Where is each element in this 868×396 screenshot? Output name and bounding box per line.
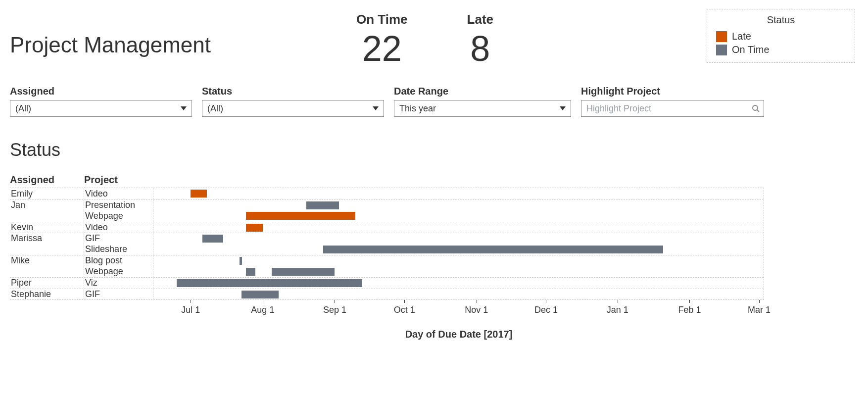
cell-project: GIF bbox=[84, 289, 153, 300]
cell-project: Blog post bbox=[84, 255, 153, 266]
x-tick-label: Sep 1 bbox=[323, 305, 346, 315]
cell-assigned bbox=[10, 210, 84, 222]
cell-project: Webpage bbox=[84, 210, 153, 222]
search-icon bbox=[752, 104, 760, 112]
cell-assigned: Piper bbox=[10, 278, 84, 289]
assigned-select[interactable]: (All) bbox=[10, 100, 192, 117]
date-range-select[interactable]: This year bbox=[394, 100, 571, 117]
table-row: Webpage bbox=[10, 266, 764, 278]
cell-project: Video bbox=[84, 222, 153, 233]
cell-assigned bbox=[10, 244, 84, 255]
table-row: JanPresentation bbox=[10, 199, 764, 211]
filters-row: Assigned (All) Status (All) Date Range T… bbox=[10, 86, 858, 117]
x-axis: Jul 1Aug 1Sep 1Oct 1Nov 1Dec 1Jan 1Feb 1… bbox=[153, 300, 764, 320]
cell-assigned: Emily bbox=[10, 188, 84, 199]
legend-item-late[interactable]: Late bbox=[716, 31, 846, 42]
gantt-track bbox=[153, 244, 764, 255]
date-range-select-value: This year bbox=[399, 103, 436, 114]
cell-project: Viz bbox=[84, 278, 153, 289]
gantt-bar-ontime[interactable] bbox=[177, 279, 362, 287]
kpi-on-time-label: On Time bbox=[356, 12, 408, 27]
gantt-bar-ontime[interactable] bbox=[323, 246, 663, 253]
gantt-chart: Assigned Project EmilyVideoJanPresentati… bbox=[10, 174, 858, 340]
status-select[interactable]: (All) bbox=[202, 100, 384, 117]
gantt-bar-ontime[interactable] bbox=[241, 291, 279, 298]
table-row: KevinVideo bbox=[10, 222, 764, 233]
gantt-track bbox=[153, 222, 764, 233]
kpi-group: On Time 22 Late 8 bbox=[356, 9, 493, 69]
kpi-late-label: Late bbox=[467, 12, 493, 27]
cell-project: Video bbox=[84, 188, 153, 199]
gantt-bar-ontime[interactable] bbox=[306, 201, 338, 209]
filter-highlight-label: Highlight Project bbox=[581, 86, 764, 97]
cell-project: GIF bbox=[84, 233, 153, 244]
gantt-track bbox=[153, 188, 764, 199]
column-header-assigned: Assigned bbox=[10, 174, 84, 186]
x-tick-label: Oct 1 bbox=[394, 305, 415, 315]
gantt-bar-late[interactable] bbox=[191, 190, 207, 198]
gantt-column-headers: Assigned Project bbox=[10, 174, 858, 186]
legend-item-on-time[interactable]: On Time bbox=[716, 44, 846, 55]
kpi-late: Late 8 bbox=[467, 12, 493, 69]
gantt-body: EmilyVideoJanPresentationWebpageKevinVid… bbox=[10, 188, 764, 300]
filter-date-label: Date Range bbox=[394, 86, 571, 97]
svg-line-1 bbox=[757, 110, 759, 112]
x-tick-label: Dec 1 bbox=[534, 305, 558, 315]
x-tick-label: Nov 1 bbox=[465, 305, 488, 315]
x-tick bbox=[546, 300, 546, 303]
x-tick-label: Mar 1 bbox=[748, 305, 771, 315]
cell-assigned: Kevin bbox=[10, 222, 84, 233]
filter-date-range: Date Range This year bbox=[394, 86, 571, 117]
gantt-bar-late[interactable] bbox=[246, 212, 355, 220]
x-tick bbox=[759, 300, 760, 303]
table-row: EmilyVideo bbox=[10, 188, 764, 199]
legend-title: Status bbox=[716, 14, 846, 26]
gantt-track bbox=[153, 255, 764, 266]
gantt-track bbox=[153, 200, 764, 211]
gantt-track bbox=[153, 289, 764, 300]
assigned-select-value: (All) bbox=[15, 103, 31, 114]
x-tick-label: Jul 1 bbox=[181, 305, 200, 315]
cell-assigned bbox=[10, 266, 84, 278]
x-tick bbox=[191, 300, 191, 303]
highlight-project-input[interactable]: Highlight Project bbox=[581, 100, 764, 117]
legend-swatch-late bbox=[716, 31, 727, 42]
x-tick bbox=[618, 300, 618, 303]
table-row: StephanieGIF bbox=[10, 289, 764, 300]
gantt-track bbox=[153, 210, 764, 222]
filter-assigned: Assigned (All) bbox=[10, 86, 192, 117]
svg-point-0 bbox=[753, 105, 758, 110]
table-row: MikeBlog post bbox=[10, 255, 764, 266]
cell-assigned: Mike bbox=[10, 255, 84, 266]
kpi-on-time-value: 22 bbox=[356, 28, 408, 69]
gantt-bar-ontime[interactable] bbox=[240, 257, 242, 265]
gantt-bar-ontime[interactable] bbox=[272, 268, 335, 276]
chevron-down-icon bbox=[181, 106, 187, 110]
kpi-on-time: On Time 22 bbox=[356, 12, 408, 69]
legend-label-late: Late bbox=[732, 31, 751, 42]
kpi-late-value: 8 bbox=[467, 28, 493, 69]
x-tick bbox=[335, 300, 335, 303]
gantt-bar-ontime[interactable] bbox=[246, 268, 255, 276]
chevron-down-icon bbox=[373, 106, 379, 110]
page-title: Project Management bbox=[10, 9, 356, 57]
x-tick bbox=[404, 300, 405, 303]
x-axis-title: Day of Due Date [2017] bbox=[153, 329, 764, 340]
x-tick bbox=[689, 300, 690, 303]
gantt-track bbox=[153, 233, 764, 244]
x-tick-label: Aug 1 bbox=[251, 305, 274, 315]
x-tick-label: Jan 1 bbox=[607, 305, 628, 315]
section-title-status: Status bbox=[10, 140, 858, 160]
highlight-project-placeholder: Highlight Project bbox=[586, 103, 651, 114]
chevron-down-icon bbox=[560, 106, 566, 110]
gantt-bar-late[interactable] bbox=[246, 224, 262, 232]
legend-status: Status Late On Time bbox=[707, 9, 855, 63]
gantt-bar-ontime[interactable] bbox=[202, 235, 223, 243]
table-row: MarissaGIF bbox=[10, 233, 764, 244]
cell-assigned: Jan bbox=[10, 200, 84, 211]
table-row: PiperViz bbox=[10, 277, 764, 289]
filter-status-label: Status bbox=[202, 86, 384, 97]
x-tick-label: Feb 1 bbox=[678, 305, 701, 315]
cell-project: Presentation bbox=[84, 200, 153, 211]
gantt-track bbox=[153, 266, 764, 278]
